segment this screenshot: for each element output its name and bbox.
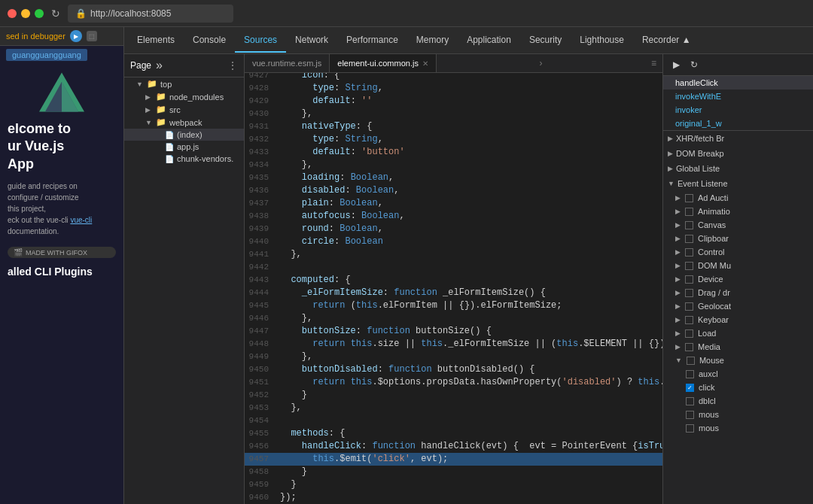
el-item-auxcl[interactable]: auxcl: [663, 367, 813, 381]
call-stack-item-original[interactable]: original_1_w: [663, 117, 813, 130]
el-checkbox-clipboard[interactable]: [685, 235, 693, 243]
code-line-9449[interactable]: 9449 },: [245, 351, 662, 363]
code-line-9444[interactable]: 9444 _elFormItemSize: function _elFormIt…: [245, 287, 662, 299]
event-listeners-section[interactable]: ▼ Event Listene: [663, 176, 813, 191]
call-stack-item-invoke[interactable]: invokeWithE: [663, 90, 813, 103]
code-line-9455[interactable]: 9455 methods: {: [245, 427, 662, 440]
code-line-9429[interactable]: 9429 default: '': [245, 95, 662, 108]
tree-item-chunk-vendors[interactable]: 📄 chunk-vendors.: [124, 153, 244, 165]
el-item-load[interactable]: ▶ Load: [663, 326, 813, 340]
tab-lighthouse[interactable]: Lighthouse: [571, 29, 633, 53]
open-file-element-ui[interactable]: element-ui.common.js ✕: [330, 54, 437, 72]
code-line-9440[interactable]: 9440 circle: Boolean: [245, 235, 662, 248]
el-item-geolocat[interactable]: ▶ Geolocat: [663, 299, 813, 313]
code-line-9433[interactable]: 9433 default: 'button': [245, 146, 662, 159]
el-checkbox-media[interactable]: [685, 343, 693, 351]
code-line-9441[interactable]: 9441 },: [245, 248, 662, 261]
close-file-icon[interactable]: ✕: [422, 59, 428, 68]
code-line-9446[interactable]: 9446 },: [245, 312, 662, 325]
el-checkbox-click[interactable]: ✓: [686, 384, 694, 392]
code-line-9427[interactable]: 9427 icon: {: [245, 73, 662, 82]
tab-sources[interactable]: Sources: [235, 29, 286, 53]
code-line-9448[interactable]: 9448 return this.size || this._elFormIte…: [245, 338, 662, 351]
el-checkbox-control[interactable]: [685, 248, 693, 257]
tab-performance[interactable]: Performance: [337, 29, 407, 53]
tree-item-src[interactable]: ▶ 📁 src: [124, 103, 244, 116]
code-line-9436[interactable]: 9436 disabled: Boolean,: [245, 184, 662, 197]
el-item-ad-auction[interactable]: ▶ Ad Aucti: [663, 191, 813, 205]
el-item-mouse[interactable]: ▼ Mouse: [663, 354, 813, 367]
code-line-9438[interactable]: 9438 autofocus: Boolean,: [245, 210, 662, 223]
el-item-clipboard[interactable]: ▶ Clipboar: [663, 232, 813, 245]
el-checkbox-canvas[interactable]: [685, 221, 693, 229]
code-line-9450[interactable]: 9450 buttonDisabled: function buttonDisa…: [245, 363, 662, 376]
el-item-keyboard[interactable]: ▶ Keyboar: [663, 313, 813, 326]
open-file-vue-runtime[interactable]: vue.runtime.esm.js: [245, 54, 330, 72]
code-line-9439[interactable]: 9439 round: Boolean,: [245, 223, 662, 235]
el-checkbox-mous1[interactable]: [686, 411, 694, 419]
code-line-9435[interactable]: 9435 loading: Boolean,: [245, 172, 662, 184]
el-checkbox-dblcl[interactable]: [686, 397, 694, 405]
el-item-drag[interactable]: ▶ Drag / dr: [663, 286, 813, 299]
el-item-animation[interactable]: ▶ Animatio: [663, 205, 813, 218]
refresh-button[interactable]: ↻: [50, 8, 62, 20]
el-item-mous2[interactable]: mous: [663, 421, 813, 435]
code-line-9434[interactable]: 9434 },: [245, 159, 662, 172]
code-line-9431[interactable]: 9431 nativeType: {: [245, 120, 662, 133]
code-line-9457[interactable]: 9457 this.$emit('click', evt);: [245, 453, 662, 466]
code-line-9452[interactable]: 9452 }: [245, 389, 662, 402]
call-stack-item-invoker[interactable]: invoker: [663, 103, 813, 117]
address-bar[interactable]: 🔒 http://localhost:8085: [68, 5, 233, 23]
el-checkbox-device[interactable]: [685, 275, 693, 284]
tab-application[interactable]: Application: [458, 29, 520, 53]
tree-item-webpack[interactable]: ▼ 📁 webpack: [124, 116, 244, 129]
code-area[interactable]: 9419 },94209421 props: {9422 type: {9423…: [245, 73, 662, 504]
ft-tab-more[interactable]: »: [156, 59, 163, 72]
code-line-9459[interactable]: 9459 }: [245, 478, 662, 491]
code-line-9454[interactable]: 9454: [245, 414, 662, 427]
el-item-device[interactable]: ▶ Device: [663, 272, 813, 286]
el-checkbox-keyboard[interactable]: [685, 316, 693, 324]
el-item-mous1[interactable]: mous: [663, 408, 813, 421]
vue-cli-link[interactable]: vue-cli: [70, 216, 92, 224]
el-item-canvas[interactable]: ▶ Canvas: [663, 218, 813, 232]
tree-item-node-modules[interactable]: ▶ 📁 node_modules: [124, 90, 244, 103]
tab-elements[interactable]: Elements: [128, 29, 184, 53]
code-line-9430[interactable]: 9430 },: [245, 108, 662, 120]
xhr-fetch-section[interactable]: ▶ XHR/fetch Br: [663, 131, 813, 146]
el-checkbox-auxcl[interactable]: [686, 370, 694, 378]
code-line-9428[interactable]: 9428 type: String,: [245, 82, 662, 95]
el-item-control[interactable]: ▶ Control: [663, 245, 813, 259]
file-nav-more[interactable]: ≡: [645, 55, 662, 71]
code-line-9453[interactable]: 9453 },: [245, 402, 662, 414]
debug-play-button[interactable]: ▶: [70, 30, 82, 42]
minimize-button[interactable]: [21, 9, 30, 18]
call-stack-item-handleClick[interactable]: handleClick: [663, 76, 813, 90]
code-line-9447[interactable]: 9447 buttonSize: function buttonSize() {: [245, 325, 662, 338]
tree-item-index[interactable]: 📄 (index): [124, 129, 244, 141]
code-line-9432[interactable]: 9432 type: String,: [245, 133, 662, 146]
tree-root-top[interactable]: ▼ 📁 top: [124, 77, 244, 90]
el-item-dom-mu[interactable]: ▶ DOM Mu: [663, 259, 813, 272]
close-button[interactable]: [8, 9, 17, 18]
el-item-media[interactable]: ▶ Media: [663, 340, 813, 354]
debug-step-button[interactable]: ⬚: [87, 31, 97, 41]
el-item-click[interactable]: ✓ click: [663, 381, 813, 394]
code-line-9460[interactable]: 9460});: [245, 491, 662, 504]
el-checkbox-mouse[interactable]: [687, 357, 695, 365]
el-item-dblcl[interactable]: dblcl: [663, 394, 813, 408]
ft-menu-button[interactable]: ⋮: [227, 59, 238, 71]
panel-resume-button[interactable]: ▶: [669, 58, 683, 71]
tab-recorder[interactable]: Recorder ▲: [633, 29, 700, 53]
code-line-9442[interactable]: 9442: [245, 261, 662, 274]
el-checkbox-load[interactable]: [685, 329, 693, 338]
file-nav-forward[interactable]: ›: [533, 55, 548, 71]
tree-item-appjs[interactable]: 📄 app.js: [124, 141, 244, 153]
el-checkbox-dom-mu[interactable]: [685, 262, 693, 270]
el-checkbox-drag[interactable]: [685, 289, 693, 297]
tab-memory[interactable]: Memory: [407, 29, 458, 53]
code-line-9443[interactable]: 9443 computed: {: [245, 274, 662, 287]
global-listeners-section[interactable]: ▶ Global Liste: [663, 161, 813, 176]
code-line-9437[interactable]: 9437 plain: Boolean,: [245, 197, 662, 210]
code-line-9458[interactable]: 9458 }: [245, 466, 662, 478]
